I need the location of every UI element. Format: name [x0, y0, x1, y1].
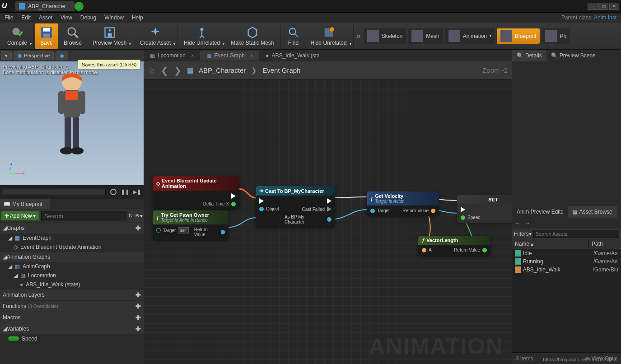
object-pin[interactable]: Object: [259, 206, 279, 211]
close-button[interactable]: ✕: [609, 3, 619, 10]
node-set-speed[interactable]: SET Speed: [457, 195, 512, 223]
node-get-velocity[interactable]: ƒ Get VelocityTarget is Actor Target Ret…: [367, 191, 439, 216]
menu-view[interactable]: View: [61, 14, 72, 21]
functions-category[interactable]: Functions(3 Overridable)✚: [0, 301, 144, 312]
perspective-button[interactable]: ▣Perspective: [14, 51, 54, 60]
return-pin[interactable]: Return Value: [194, 227, 225, 237]
macros-category[interactable]: Macros✚: [0, 312, 144, 323]
timeline-track[interactable]: [3, 189, 106, 195]
add-layer-icon[interactable]: ✚: [135, 291, 141, 299]
tab-details[interactable]: 🔍 Details: [512, 50, 546, 61]
menu-asset[interactable]: Asset: [39, 14, 52, 21]
menu-debug[interactable]: Debug: [80, 14, 96, 21]
anim-graphs-category[interactable]: ◢Animation Graphs: [0, 252, 144, 262]
minimize-button[interactable]: ─: [588, 3, 598, 10]
source-control-icon[interactable]: [75, 2, 84, 11]
col-name[interactable]: Name ▴: [512, 239, 589, 249]
nav-fwd-icon[interactable]: →: [525, 220, 530, 226]
nav-back-icon[interactable]: ←: [515, 220, 520, 226]
find-button[interactable]: Find: [282, 23, 305, 49]
node-vector-length[interactable]: ƒ VectorLength A Return Value: [418, 236, 490, 255]
menu-help[interactable]: Help: [132, 14, 143, 21]
tree-locomotion[interactable]: ◢▧Locomotion: [0, 271, 144, 280]
favorite-icon[interactable]: ☆: [148, 65, 155, 75]
maximize-button[interactable]: ▭: [598, 3, 608, 10]
target-pin[interactable]: Targetself: [156, 227, 189, 233]
tree-abs-idle-walk[interactable]: ●ABS_Idle_Walk (state): [0, 280, 144, 289]
record-button[interactable]: [109, 188, 117, 196]
exec-in-pin[interactable]: [259, 198, 279, 204]
add-new-button[interactable]: ✚ Add New ▾: [1, 211, 39, 220]
asset-search[interactable]: [533, 230, 619, 238]
browse-button[interactable]: Browse: [58, 23, 87, 49]
breadcrumb-graph[interactable]: Event Graph: [262, 66, 300, 74]
pause-button[interactable]: ❚❚: [121, 188, 129, 196]
mode-blueprint[interactable]: Blueprint: [497, 28, 540, 44]
view-mode-button[interactable]: ◉: [56, 51, 68, 60]
tree-var-speed[interactable]: Speed: [0, 334, 144, 343]
tab-anim-preview[interactable]: Anim Preview Editc: [512, 206, 568, 218]
exec-out-pin[interactable]: [231, 193, 236, 199]
col-path[interactable]: Path: [589, 239, 606, 249]
tree-anim-graph[interactable]: ◢▦AnimGraph: [0, 262, 144, 271]
as-character-pin[interactable]: As BP My Character: [285, 215, 332, 224]
target-pin[interactable]: Target: [370, 208, 390, 213]
node-event-bp-update[interactable]: ◇ Event Blueprint Update Animation Delta…: [153, 176, 239, 209]
tab-asset-browser[interactable]: ▦ Asset Browse: [568, 206, 616, 218]
variables-category[interactable]: ◢Variables✚: [0, 323, 144, 334]
add-variable-icon[interactable]: ✚: [135, 325, 141, 332]
my-blueprint-tree[interactable]: ◢Graphs✚ ◢▦EventGraph ◇Event Blueprint U…: [0, 222, 144, 364]
make-static-mesh-button[interactable]: Make Static Mesh: [225, 23, 279, 49]
tab-abs-idle[interactable]: ●ABS_Idle_Walk (sta: [259, 51, 326, 61]
delta-time-pin[interactable]: Delta Time X: [203, 201, 236, 206]
asset-row[interactable]: Running/Game/As: [512, 257, 621, 266]
return-pin[interactable]: Return Value: [454, 247, 487, 252]
tree-event-bp-update[interactable]: ◇Event Blueprint Update Animation: [0, 243, 144, 252]
menu-edit[interactable]: Edit: [21, 14, 31, 21]
create-asset-button[interactable]: Create Asset▾: [134, 23, 176, 49]
anim-layers-category[interactable]: Animation Layers✚: [0, 289, 144, 300]
nav-back-icon[interactable]: ❮: [161, 65, 168, 76]
graphs-category[interactable]: ◢Graphs✚: [0, 223, 144, 233]
cast-failed-pin[interactable]: Cast Failed: [302, 206, 332, 212]
nav-fwd-icon[interactable]: ❯: [174, 65, 182, 76]
node-get-pawn-owner[interactable]: ƒ Try Get Pawn OwnerTarget is Anim Insta…: [153, 210, 229, 240]
menu-file[interactable]: File: [5, 14, 13, 21]
exec-in-pin[interactable]: [461, 207, 481, 212]
search-clear-icon[interactable]: ↻: [128, 213, 133, 219]
speed-in-pin[interactable]: Speed: [461, 215, 481, 220]
hide-unrelated-button[interactable]: Hide Unrelated▾: [178, 23, 225, 49]
preview-mesh-button[interactable]: Preview Mesh▾: [87, 23, 132, 49]
overflow-icon[interactable]: »: [356, 31, 361, 41]
breadcrumb-asset[interactable]: ABP_Character: [199, 66, 246, 74]
add-graph-icon[interactable]: ✚: [135, 224, 141, 232]
tree-event-graph[interactable]: ◢▦EventGraph: [0, 233, 144, 243]
mode-mesh[interactable]: Mesh: [408, 28, 443, 44]
node-cast-to[interactable]: ➜ Cast To BP_MyCharacter Object Cast Fai…: [256, 186, 335, 227]
my-blueprint-search[interactable]: [41, 211, 126, 221]
browser-list[interactable]: Idle/Game/As Running/Game/As ABS_Idle_Wa…: [512, 249, 621, 352]
add-macro-icon[interactable]: ✚: [135, 314, 141, 321]
parent-class-link[interactable]: Anim Inst: [594, 14, 616, 21]
preview-viewport[interactable]: Previewing ABP_Character_C. Bone manipul…: [0, 61, 144, 185]
tab-event-graph[interactable]: ▦Event Graph×: [200, 51, 259, 61]
mode-skeleton[interactable]: Skeleton: [364, 28, 406, 44]
menu-window[interactable]: Window: [104, 14, 124, 21]
compile-button[interactable]: Compile▾: [2, 23, 33, 49]
filters-button[interactable]: Filters▾: [514, 231, 532, 237]
hide-unrelated-button-2[interactable]: Hide Unrelated▾: [305, 23, 352, 49]
eye-icon[interactable]: 👁▾: [135, 213, 143, 219]
tab-preview-scene[interactable]: 🔍 Preview Scene: [546, 50, 600, 61]
add-function-icon[interactable]: ✚: [135, 303, 141, 310]
step-button[interactable]: ▶❚: [133, 188, 141, 196]
my-blueprint-tab[interactable]: 📖 My Blueprint: [0, 199, 50, 209]
asset-row[interactable]: Idle/Game/As: [512, 249, 621, 257]
exec-out-pin[interactable]: [327, 198, 332, 204]
tab-locomotion[interactable]: ▧Locomotion×: [144, 51, 200, 61]
mode-animation[interactable]: Animation▾: [445, 28, 495, 44]
window-tab[interactable]: ABP_Character: [15, 1, 75, 11]
a-pin[interactable]: A: [422, 247, 432, 252]
viewport-menu-button[interactable]: ▾: [1, 51, 12, 60]
save-button[interactable]: Save: [35, 23, 58, 49]
mode-physics[interactable]: Ph: [542, 28, 570, 44]
